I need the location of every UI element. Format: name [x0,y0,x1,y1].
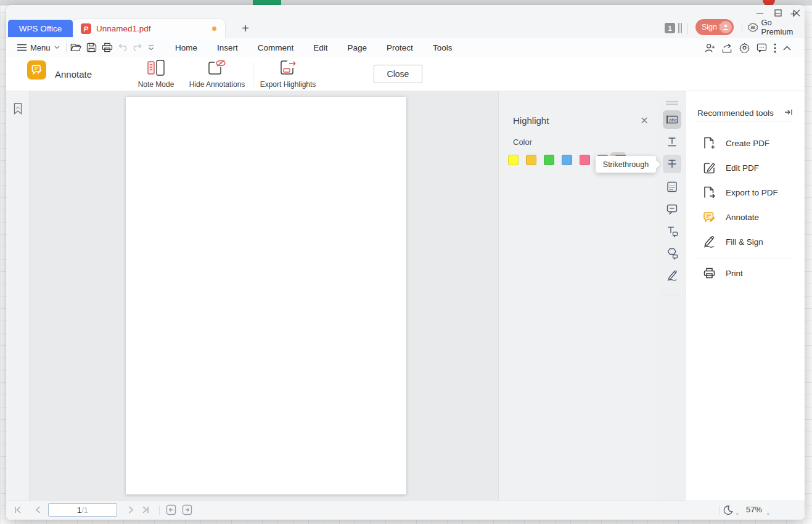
next-page-button[interactable] [125,504,136,515]
export-highlights-button[interactable]: Export Highlights [254,59,322,89]
total-pages: /1 [81,506,88,515]
last-page-button[interactable] [139,504,150,515]
divider [66,43,67,52]
redo-icon[interactable] [133,43,142,52]
print-icon[interactable] [102,43,113,52]
tab-insert[interactable]: Insert [207,43,248,52]
text-comment-icon [666,225,678,237]
note-mode-button[interactable]: Note Mode [122,59,190,89]
annotate-label: Annotate [726,213,759,222]
dark-mode-chevron-icon[interactable]: ⌄ [735,510,740,516]
next-view-button[interactable] [181,504,192,515]
recommended-edit-pdf[interactable]: Edit PDF [686,155,805,180]
undo-icon[interactable] [118,43,128,52]
swatch-gold[interactable] [526,155,536,165]
swatch-blue[interactable] [562,155,572,165]
area-highlight-tool-button[interactable] [663,178,681,196]
tab-tools[interactable]: Tools [423,43,462,52]
pdf-file-icon: P [81,23,91,34]
dark-mode-button[interactable] [721,504,734,516]
close-annotate-button[interactable]: Close [374,65,422,83]
more-options-icon[interactable] [774,43,776,53]
pen-icon [666,269,678,282]
tab-protect[interactable]: Protect [377,43,423,52]
add-user-icon[interactable] [705,43,715,53]
create-pdf-label: Create PDF [726,139,769,148]
zoom-level[interactable]: 57% [746,505,762,514]
zoom-out-button[interactable]: − [771,7,784,21]
tab-comment[interactable]: Comment [248,43,304,52]
strikethrough-tooltip: Strikethrough [596,156,656,173]
pen-sign-tool-button[interactable] [663,266,681,285]
customize-toolbar-icon[interactable] [147,44,155,51]
tab-count-badge[interactable]: 1 [665,23,675,33]
collapse-ribbon-icon[interactable] [783,46,791,51]
menu-label: Menu [30,43,51,52]
bookmark-icon[interactable] [14,103,22,115]
wps-office-button[interactable]: WPS Office [8,20,73,37]
chevron-down-icon [54,46,60,49]
menu-bar-right-icons [705,43,791,53]
open-file-icon[interactable] [70,43,81,52]
close-panel-icon[interactable]: ✕ [639,115,650,126]
go-premium-button[interactable]: Go Premium [748,20,805,35]
zoom-in-button[interactable]: + [787,7,800,21]
new-tab-button[interactable]: + [238,21,253,36]
tooltip-text: Strikethrough [603,160,649,169]
tab-edit[interactable]: Edit [303,43,337,52]
recommended-annotate[interactable]: Annotate [686,205,805,229]
highlight-abc-icon: abc [666,113,679,126]
hide-annotations-button[interactable]: Hide Annotations [183,59,251,89]
sign-in-button[interactable]: Sign in [695,19,734,35]
underline-icon [666,136,678,148]
recommended-export-pdf[interactable]: Export to PDF [686,180,805,205]
svg-text:abc: abc [669,117,677,123]
quick-access-toolbar [70,43,155,52]
recommended-print[interactable]: Print [686,261,805,285]
gear-icon[interactable] [739,43,750,53]
swatch-pink[interactable] [580,155,590,165]
note-mode-icon [147,59,165,76]
first-page-button[interactable] [13,504,24,515]
text-comment-tool-button[interactable] [663,222,681,240]
save-icon[interactable] [86,43,97,52]
underline-tool-button[interactable] [663,133,681,151]
recommended-tools-title: Recommended tools [697,108,774,118]
shape-comment-tool-button[interactable] [663,244,681,263]
zoom-chevron-icon[interactable]: ⌄ [766,510,771,516]
comment-tool-button[interactable] [663,200,681,218]
recommended-fill-sign[interactable]: Fill & Sign [686,229,805,254]
feedback-icon[interactable] [757,43,767,52]
page-number-input[interactable]: 1/1 [48,503,117,517]
highlight-panel-title: Highlight [513,115,549,126]
previous-page-button[interactable] [32,504,43,515]
previous-view-button[interactable] [165,504,176,515]
document-tab[interactable]: P Unnamed1.pdf [73,18,226,38]
share-icon[interactable] [722,43,732,53]
hide-annotations-icon [207,59,227,76]
highlight-tool-button[interactable]: abc [663,110,681,129]
toolbar-drag-handle[interactable] [666,101,678,102]
document-area[interactable] [30,91,498,501]
divider [719,506,720,515]
menu-button[interactable]: Menu [17,41,60,54]
collapse-panel-icon[interactable] [784,108,793,117]
strikethrough-tool-button[interactable] [663,155,681,173]
export-highlights-label: Export Highlights [260,80,316,89]
divider [687,23,688,34]
swatch-yellow[interactable] [508,155,519,165]
tab-page[interactable]: Page [338,43,377,52]
divider [697,121,793,121]
tab-home[interactable]: Home [165,43,207,52]
print-label: Print [726,269,743,278]
pdf-page[interactable] [126,97,406,494]
swatch-green[interactable] [544,155,554,165]
recommended-create-pdf[interactable]: Create PDF [686,131,805,155]
export-highlights-icon [279,59,297,76]
document-tab-title: Unnamed1.pdf [96,24,212,33]
minimize-button[interactable] [752,7,768,18]
unsaved-changes-dot [212,27,216,31]
edit-pdf-label: Edit PDF [726,163,759,173]
wps-office-window: WPS Office P Unnamed1.pdf + 1 Sign in Go… [6,5,805,520]
strikethrough-icon [666,158,678,170]
